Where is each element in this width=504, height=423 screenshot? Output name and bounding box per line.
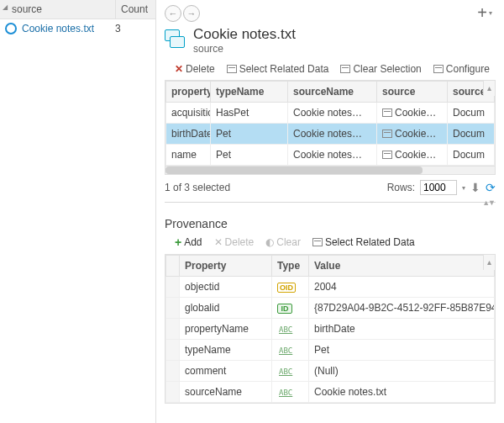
rows-label: Rows: <box>387 182 415 193</box>
prov-add-button[interactable]: + Add <box>175 235 202 249</box>
grid-header-row: propertyName typeName sourceName source … <box>166 82 495 103</box>
cell-property: comment <box>180 361 272 382</box>
main-panel: ← → + ▾ Cookie notes.txt source ✕ Delete… <box>156 0 504 423</box>
plus-icon: + <box>477 3 487 23</box>
prov-col-property[interactable]: Property <box>180 256 272 277</box>
document-icon <box>382 151 392 159</box>
scroll-up-icon[interactable]: ▴ <box>483 81 495 96</box>
page-title: Cookie notes.txt <box>193 26 296 43</box>
nav-back-button[interactable]: ← <box>165 5 181 22</box>
sidebar-row[interactable]: Cookie notes.txt 3 <box>0 19 155 38</box>
rows-input[interactable] <box>420 180 457 195</box>
clear-selection-button[interactable]: Clear Selection <box>340 63 421 75</box>
scroll-up-icon[interactable]: ▴ <box>483 255 495 270</box>
cell-property: globalid <box>180 298 272 319</box>
plus-icon: + <box>175 235 181 249</box>
grid-col-propertyname[interactable]: propertyName <box>166 82 211 103</box>
table-row[interactable]: typeNameABCPet <box>166 340 495 361</box>
cell-property: typeName <box>180 340 272 361</box>
caret-down-icon: ▾ <box>489 9 492 17</box>
cell-value: (Null) <box>309 361 495 382</box>
cell-propertyname: acquisitionD… <box>166 103 211 124</box>
table-row[interactable]: propertyNameABCbirthDate <box>166 319 495 340</box>
cell-type: ID <box>272 298 309 319</box>
row-header[interactable] <box>166 340 180 361</box>
row-header[interactable] <box>166 319 180 340</box>
cell-sourcetype: Docum <box>448 124 495 145</box>
cell-property: propertyName <box>180 319 272 340</box>
source-sidebar: source Count Cookie notes.txt 3 <box>0 0 156 423</box>
table-icon <box>227 65 237 73</box>
provenance-grid[interactable]: Property Type Value objectidOID2004globa… <box>165 254 496 404</box>
sidebar-col-count[interactable]: Count <box>115 0 155 19</box>
configure-button[interactable]: Configure <box>433 63 490 75</box>
grid-col-source[interactable]: source <box>377 82 448 103</box>
radio-icon[interactable] <box>5 23 17 34</box>
cell-property: sourceName <box>180 382 272 403</box>
table-row[interactable]: namePetCookie notes…Cookie…Docum <box>166 145 495 166</box>
row-header[interactable] <box>166 277 180 298</box>
document-icon <box>382 108 392 117</box>
cell-value: {87D29A04-9B2C-4512-92FF-85B87E941A1B} <box>309 298 495 319</box>
table-row[interactable]: commentABC(Null) <box>166 361 495 382</box>
type-badge: ABC <box>277 367 294 376</box>
row-header[interactable] <box>166 361 180 382</box>
sidebar-col-source[interactable]: source <box>0 0 115 19</box>
grid-col-typename[interactable]: typeName <box>211 82 288 103</box>
download-icon[interactable]: ⬇ <box>470 181 480 194</box>
type-badge: ABC <box>277 346 294 355</box>
cell-value: 2004 <box>309 277 495 298</box>
cell-type: ABC <box>272 361 309 382</box>
table-icon <box>312 238 323 246</box>
prov-select-related-button[interactable]: Select Related Data <box>312 236 415 248</box>
table-row[interactable]: acquisitionD…HasPetCookie notes…Cookie…D… <box>166 103 495 124</box>
cell-typename: Pet <box>211 124 288 145</box>
cell-property: objectid <box>180 277 272 298</box>
status-bar: 1 of 3 selected Rows: ▾ ⬇ ⟳ <box>156 175 504 200</box>
cell-propertyname: birthDate <box>166 124 211 145</box>
cell-sourcename: Cookie notes… <box>288 103 377 124</box>
prov-header-row: Property Type Value <box>166 256 495 277</box>
horizontal-scrollbar[interactable] <box>165 167 496 175</box>
rows-dropdown-icon[interactable]: ▾ <box>462 184 465 192</box>
scroll-thumb[interactable] <box>165 167 423 174</box>
prov-col-value[interactable]: Value <box>309 256 495 277</box>
delete-x-icon: ✕ <box>214 236 223 248</box>
cell-sourcename: Cookie notes… <box>288 124 377 145</box>
cell-source: Cookie… <box>377 145 448 166</box>
table-row[interactable]: sourceNameABCCookie notes.txt <box>166 382 495 403</box>
cell-propertyname: name <box>166 145 211 166</box>
pane-divider[interactable]: ▲▼ <box>165 202 496 209</box>
nav-arrows: ← → <box>165 5 200 22</box>
cell-type: ABC <box>272 340 309 361</box>
refresh-icon[interactable]: ⟳ <box>486 181 496 194</box>
table-row[interactable]: globalidID{87D29A04-9B2C-4512-92FF-85B87… <box>166 298 495 319</box>
row-header[interactable] <box>166 382 180 403</box>
provenance-toolbar: + Add ✕ Delete ◐ Clear Select Related Da… <box>156 234 504 254</box>
row-header[interactable] <box>166 298 180 319</box>
prov-col-type[interactable]: Type <box>272 256 309 277</box>
page-subtitle: source <box>193 43 296 55</box>
divider-handle-icon: ▲▼ <box>482 198 494 207</box>
select-related-button[interactable]: Select Related Data <box>227 63 329 75</box>
table-row[interactable]: birthDatePetCookie notes…Cookie…Docum <box>166 124 495 145</box>
prov-row-header-col <box>166 256 180 277</box>
prov-clear-button: ◐ Clear <box>265 236 301 248</box>
table-icon <box>340 65 350 73</box>
type-badge: ABC <box>277 389 294 397</box>
cell-typename: Pet <box>211 145 288 166</box>
table-row[interactable]: objectidOID2004 <box>166 277 495 298</box>
add-button[interactable]: + ▾ <box>474 3 496 23</box>
cell-sourcetype: Docum <box>448 103 495 124</box>
delete-button[interactable]: ✕ Delete <box>175 63 215 75</box>
cell-sourcetype: Docum <box>448 145 495 166</box>
prov-delete-button: ✕ Delete <box>214 236 255 248</box>
cell-value: birthDate <box>309 319 495 340</box>
grid-col-sourcename[interactable]: sourceName <box>288 82 377 103</box>
nav-forward-button[interactable]: → <box>183 5 200 22</box>
cell-value: Pet <box>309 340 495 361</box>
title-row: Cookie notes.txt source <box>156 24 504 60</box>
provenance-title: Provenance <box>156 212 504 234</box>
sidebar-row-count: 3 <box>115 23 150 34</box>
main-grid[interactable]: propertyName typeName sourceName source … <box>165 80 496 167</box>
